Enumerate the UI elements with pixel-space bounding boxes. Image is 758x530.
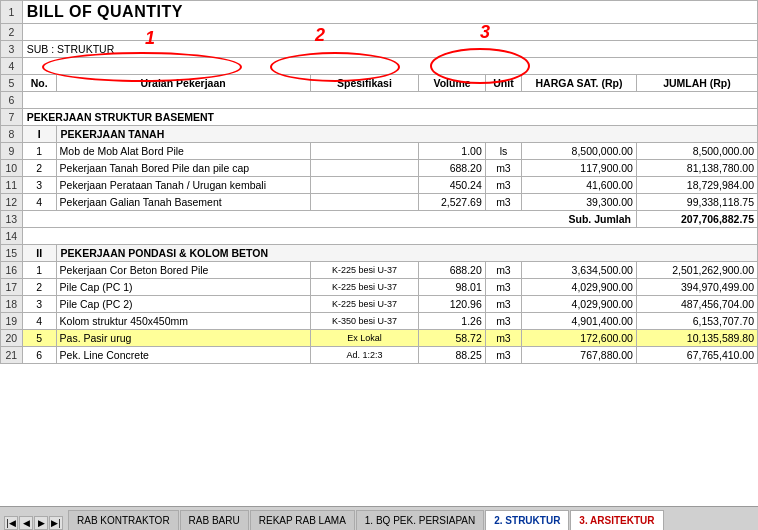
cell-jumlah: 10,135,589.80 bbox=[636, 330, 757, 347]
cell-spesifikasi: K-350 besi U-37 bbox=[310, 313, 419, 330]
cell-harga: 172,600.00 bbox=[522, 330, 637, 347]
cell-spesifikasi: K-225 besi U-37 bbox=[310, 279, 419, 296]
cell-volume: 688.20 bbox=[419, 160, 485, 177]
subsection-pondasi-label: PEKERJAAN PONDASI & KOLOM BETON bbox=[56, 245, 757, 262]
cell-spesifikasi: Ex Lokal bbox=[310, 330, 419, 347]
cell-harga: 117,900.00 bbox=[522, 160, 637, 177]
tab-nav-prev[interactable]: ◀ bbox=[19, 516, 33, 530]
tab-rekap-rab-lama[interactable]: REKAP RAB LAMA bbox=[250, 510, 355, 530]
cell-uraian: Pekerjaan Tanah Bored Pile dan pile cap bbox=[56, 160, 310, 177]
cell-jumlah: 394,970,499.00 bbox=[636, 279, 757, 296]
cell-no: 2 bbox=[22, 279, 56, 296]
cell-spesifikasi bbox=[310, 143, 419, 160]
subtotal-row: 13 Sub. Jumlah 207,706,882.75 bbox=[1, 211, 758, 228]
tab-nav-first[interactable]: |◀ bbox=[4, 516, 18, 530]
sub-label: SUB : STRUKTUR bbox=[27, 43, 115, 55]
tab-nav-last[interactable]: ▶| bbox=[49, 516, 63, 530]
sub-row: 3 SUB : STRUKTUR bbox=[1, 41, 758, 58]
subsection-tanah-row: 8 I PEKERJAAN TANAH bbox=[1, 126, 758, 143]
row-6: 6 bbox=[1, 92, 758, 109]
cell-no: 6 bbox=[22, 347, 56, 364]
cell-unit: m3 bbox=[485, 296, 521, 313]
cell-volume: 688.20 bbox=[419, 262, 485, 279]
cell-no: 4 bbox=[22, 194, 56, 211]
col-no-header: No. bbox=[22, 75, 56, 92]
cell-uraian: Pile Cap (PC 1) bbox=[56, 279, 310, 296]
cell-unit: m3 bbox=[485, 330, 521, 347]
table-row: 9 1 Mob de Mob Alat Bord Pile 1.00 ls 8,… bbox=[1, 143, 758, 160]
cell-uraian: Pekerjaan Galian Tanah Basement bbox=[56, 194, 310, 211]
row-14: 14 bbox=[1, 228, 758, 245]
cell-spesifikasi bbox=[310, 194, 419, 211]
cell-no: 3 bbox=[22, 296, 56, 313]
cell-unit: m3 bbox=[485, 279, 521, 296]
cell-unit: m3 bbox=[485, 177, 521, 194]
cell-spesifikasi bbox=[310, 177, 419, 194]
title-row: 1 BILL OF QUANTITY bbox=[1, 1, 758, 24]
tab-bq-pek-persiapan[interactable]: 1. BQ PEK. PERSIAPAN bbox=[356, 510, 484, 530]
cell-unit: m3 bbox=[485, 262, 521, 279]
cell-no: 1 bbox=[22, 143, 56, 160]
cell-no: 3 bbox=[22, 177, 56, 194]
cell-jumlah: 81,138,780.00 bbox=[636, 160, 757, 177]
subsection-tanah-label: PEKERJAAN TANAH bbox=[56, 126, 757, 143]
tab-struktur[interactable]: 2. STRUKTUR bbox=[485, 510, 569, 530]
cell-jumlah: 2,501,262,900.00 bbox=[636, 262, 757, 279]
cell-volume: 120.96 bbox=[419, 296, 485, 313]
cell-uraian: Kolom struktur 450x450mm bbox=[56, 313, 310, 330]
cell-jumlah: 99,338,118.75 bbox=[636, 194, 757, 211]
cell-spesifikasi bbox=[310, 160, 419, 177]
row-4: 4 bbox=[1, 58, 758, 75]
cell-jumlah: 8,500,000.00 bbox=[636, 143, 757, 160]
cell-harga: 4,901,400.00 bbox=[522, 313, 637, 330]
tab-rab-baru[interactable]: RAB BARU bbox=[180, 510, 249, 530]
table-row-highlighted: 20 5 Pas. Pasir urug Ex Lokal 58.72 m3 1… bbox=[1, 330, 758, 347]
cell-volume: 2,527.69 bbox=[419, 194, 485, 211]
cell-harga: 41,600.00 bbox=[522, 177, 637, 194]
table-row: 21 6 Pek. Line Concrete Ad. 1:2:3 88.25 … bbox=[1, 347, 758, 364]
cell-jumlah: 487,456,704.00 bbox=[636, 296, 757, 313]
cell-uraian: Pekerjaan Cor Beton Bored Pile bbox=[56, 262, 310, 279]
cell-spesifikasi: Ad. 1:2:3 bbox=[310, 347, 419, 364]
tab-rab-kontraktor[interactable]: RAB KONTRAKTOR bbox=[68, 510, 179, 530]
cell-uraian: Pek. Line Concrete bbox=[56, 347, 310, 364]
table-row: 11 3 Pekerjaan Perataan Tanah / Urugan k… bbox=[1, 177, 758, 194]
page-title: BILL OF QUANTITY bbox=[27, 3, 183, 20]
roman-I: I bbox=[22, 126, 56, 143]
cell-volume: 88.25 bbox=[419, 347, 485, 364]
cell-volume: 1.00 bbox=[419, 143, 485, 160]
cell-no: 1 bbox=[22, 262, 56, 279]
cell-harga: 39,300.00 bbox=[522, 194, 637, 211]
cell-harga: 4,029,900.00 bbox=[522, 296, 637, 313]
cell-harga: 8,500,000.00 bbox=[522, 143, 637, 160]
cell-uraian: Pile Cap (PC 2) bbox=[56, 296, 310, 313]
tab-nav-next[interactable]: ▶ bbox=[34, 516, 48, 530]
cell-unit: m3 bbox=[485, 347, 521, 364]
col-unit-header: Unit bbox=[485, 75, 521, 92]
cell-jumlah: 18,729,984.00 bbox=[636, 177, 757, 194]
cell-no: 5 bbox=[22, 330, 56, 347]
col-harga-header: HARGA SAT. (Rp) bbox=[522, 75, 637, 92]
cell-uraian: Mob de Mob Alat Bord Pile bbox=[56, 143, 310, 160]
table-row: 19 4 Kolom struktur 450x450mm K-350 besi… bbox=[1, 313, 758, 330]
cell-spesifikasi: K-225 besi U-37 bbox=[310, 296, 419, 313]
table-row: 10 2 Pekerjaan Tanah Bored Pile dan pile… bbox=[1, 160, 758, 177]
table-row: 17 2 Pile Cap (PC 1) K-225 besi U-37 98.… bbox=[1, 279, 758, 296]
cell-volume: 450.24 bbox=[419, 177, 485, 194]
tab-bar: |◀ ◀ ▶ ▶| RAB KONTRAKTOR RAB BARU REKAP … bbox=[0, 506, 758, 530]
tab-arsitektur[interactable]: 3. ARSITEKTUR bbox=[570, 510, 663, 530]
cell-jumlah: 6,153,707.70 bbox=[636, 313, 757, 330]
cell-unit: m3 bbox=[485, 194, 521, 211]
cell-spesifikasi: K-225 besi U-37 bbox=[310, 262, 419, 279]
col-jumlah-header: JUMLAH (Rp) bbox=[636, 75, 757, 92]
cell-harga: 767,880.00 bbox=[522, 347, 637, 364]
header-row: 5 No. Uraian Pekerjaan Spesifikasi Volum… bbox=[1, 75, 758, 92]
cell-jumlah: 67,765,410.00 bbox=[636, 347, 757, 364]
cell-unit: ls bbox=[485, 143, 521, 160]
cell-no: 4 bbox=[22, 313, 56, 330]
subtotal-value: 207,706,882.75 bbox=[636, 211, 757, 228]
cell-harga: 3,634,500.00 bbox=[522, 262, 637, 279]
subtotal-label: Sub. Jumlah bbox=[22, 211, 636, 228]
row-2: 2 bbox=[1, 24, 758, 41]
cell-uraian: Pekerjaan Perataan Tanah / Urugan kembal… bbox=[56, 177, 310, 194]
